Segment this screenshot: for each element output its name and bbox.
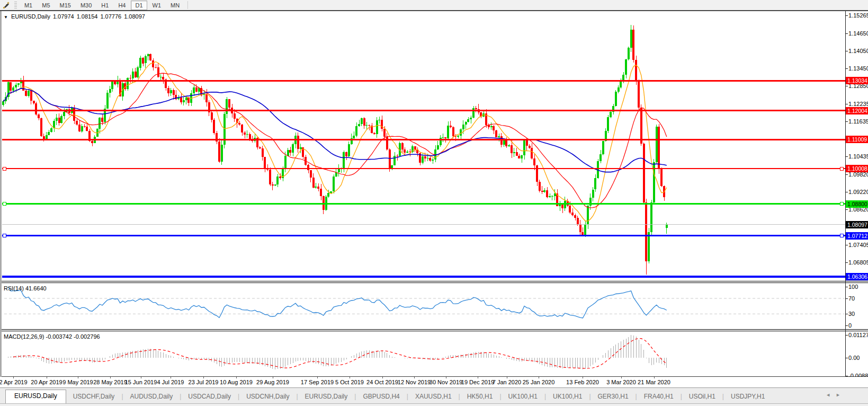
- rsi-line: [8, 287, 667, 318]
- candle-body: [373, 133, 375, 134]
- panel-separator-macd[interactable]: [0, 329, 868, 331]
- price-axis-line: [845, 11, 846, 376]
- candle-body: [620, 81, 622, 87]
- time-axis[interactable]: 2 Apr 201920 Apr 20199 May 201928 May 20…: [0, 377, 868, 387]
- candle-body: [378, 120, 380, 120]
- macd-axis-tick: [845, 335, 848, 336]
- chart-tab-usdjpy-h1[interactable]: USDJPY,H1: [724, 390, 772, 403]
- time-axis-label: 4 Jul 2019: [157, 379, 184, 385]
- candle-body: [167, 88, 169, 93]
- timeframe-button-d1[interactable]: D1: [131, 1, 147, 10]
- time-axis-label: 3 Mar 2020: [606, 379, 636, 385]
- ohlc-low: 1.07776: [100, 13, 121, 20]
- candle-body: [48, 132, 50, 135]
- timeframe-button-mn[interactable]: MN: [166, 1, 184, 10]
- price-axis-tick: [845, 51, 848, 51]
- line-handle[interactable]: [840, 234, 843, 237]
- bottom-strip: [0, 403, 868, 406]
- candle-body: [618, 87, 620, 92]
- time-axis-label: 28 May 2019: [93, 379, 127, 385]
- candle-body: [447, 126, 449, 138]
- candle-body: [78, 125, 80, 131]
- candle-body: [15, 85, 17, 87]
- line-handle[interactable]: [3, 167, 6, 170]
- chart-tab-hk50-h1[interactable]: HK50,H1: [460, 390, 500, 403]
- price-level-badge: 1.13034: [846, 77, 868, 84]
- chart-tab-ger30-h1[interactable]: GER30,H1: [591, 390, 636, 403]
- candle-wick: [354, 131, 354, 140]
- draw-tool-button[interactable]: ▼: [0, 3, 11, 7]
- candle-body: [312, 178, 315, 188]
- candle-body: [173, 90, 175, 95]
- time-axis-label: 24 Oct 2019: [366, 379, 398, 385]
- chart-tab-eurusd-daily[interactable]: EURUSD,Daily: [5, 390, 66, 404]
- candle-body: [12, 87, 14, 91]
- candle-body: [276, 176, 279, 185]
- candle-body: [513, 152, 515, 153]
- chart-tab-usdcad-daily[interactable]: USDCAD,Daily: [181, 390, 238, 403]
- timeframe-button-m1[interactable]: M1: [20, 1, 37, 10]
- rsi-indicator-canvas[interactable]: [1, 283, 845, 329]
- chart-tab-xauusd-h1[interactable]: XAUUSD,H1: [408, 390, 459, 403]
- chart-tab-usdchf-daily[interactable]: USDCHF,Daily: [66, 390, 122, 403]
- candle-body: [401, 143, 404, 149]
- timeframe-button-h4[interactable]: H4: [114, 1, 130, 10]
- rsi-axis-label: 100: [848, 284, 858, 290]
- collapse-arrow-icon[interactable]: ▼: [4, 15, 8, 20]
- time-axis-label: 5 Oct 2019: [335, 379, 364, 385]
- tab-scroll-left-icon[interactable]: ◄: [826, 392, 836, 398]
- candle-body: [238, 123, 240, 125]
- price-axis-label: 1.11635: [848, 118, 868, 125]
- candle-body: [84, 126, 86, 127]
- candle-body: [91, 141, 93, 143]
- timeframe-button-w1[interactable]: W1: [148, 1, 166, 10]
- candle-body: [272, 184, 274, 186]
- candle-body: [424, 156, 426, 158]
- price-chart-canvas[interactable]: [1, 11, 845, 281]
- chart-tab-gbpusd-h4[interactable]: GBPUSD,H4: [356, 390, 406, 403]
- time-axis-tick: [78, 377, 78, 378]
- candle-body: [602, 141, 604, 154]
- candle-body: [450, 126, 452, 127]
- line-handle[interactable]: [3, 234, 6, 237]
- candle-body: [338, 169, 340, 172]
- candle-body: [193, 87, 195, 93]
- candle-body: [505, 140, 507, 146]
- panel-separator-rsi[interactable]: [0, 281, 868, 283]
- candle-wick: [267, 164, 268, 171]
- timeframe-button-h1[interactable]: H1: [97, 1, 113, 10]
- line-handle[interactable]: [840, 167, 843, 170]
- chart-tab-usoil-h1[interactable]: USOil,H1: [682, 390, 722, 403]
- chart-tab-eurusd-daily[interactable]: EURUSD,Daily: [298, 390, 355, 403]
- ohlc-open: 1.07974: [53, 13, 74, 20]
- time-axis-tick: [414, 377, 415, 378]
- tab-scroll-arrows: ◄►: [826, 392, 846, 398]
- candle-body: [147, 54, 149, 56]
- macd-axis-tick: [845, 358, 848, 358]
- chart-tab-uk100-h1[interactable]: UK100,H1: [502, 390, 544, 403]
- price-axis-tick: [845, 245, 848, 245]
- timeframe-button-m15[interactable]: M15: [56, 1, 75, 10]
- chart-tab-usdcnh-daily[interactable]: USDCNH,Daily: [239, 390, 296, 403]
- rsi-axis-tick: [845, 325, 848, 326]
- candle-body: [475, 108, 477, 109]
- timeframe-button-m30[interactable]: M30: [76, 1, 96, 10]
- candle-body: [139, 58, 141, 67]
- candle-body: [599, 154, 602, 161]
- candle-body: [533, 158, 535, 165]
- tab-scroll-right-icon[interactable]: ►: [836, 392, 846, 398]
- chart-tab-uk100-h1[interactable]: UK100,H1: [546, 390, 589, 403]
- candle-body: [226, 99, 228, 113]
- line-handle[interactable]: [840, 202, 843, 206]
- line-handle[interactable]: [3, 202, 6, 206]
- candle-body: [307, 165, 309, 170]
- chart-tab-audusd-daily[interactable]: AUDUSD,Daily: [123, 390, 180, 403]
- candle-wick: [245, 131, 245, 138]
- chart-tab-fra40-h1[interactable]: FRA40,H1: [637, 390, 681, 403]
- timeframe-button-m5[interactable]: M5: [38, 1, 54, 10]
- macd-indicator-canvas[interactable]: [1, 331, 845, 376]
- candle-body: [76, 121, 78, 125]
- toolbar-grip[interactable]: [14, 2, 17, 9]
- candle-body: [391, 165, 393, 168]
- candle-body: [157, 67, 159, 77]
